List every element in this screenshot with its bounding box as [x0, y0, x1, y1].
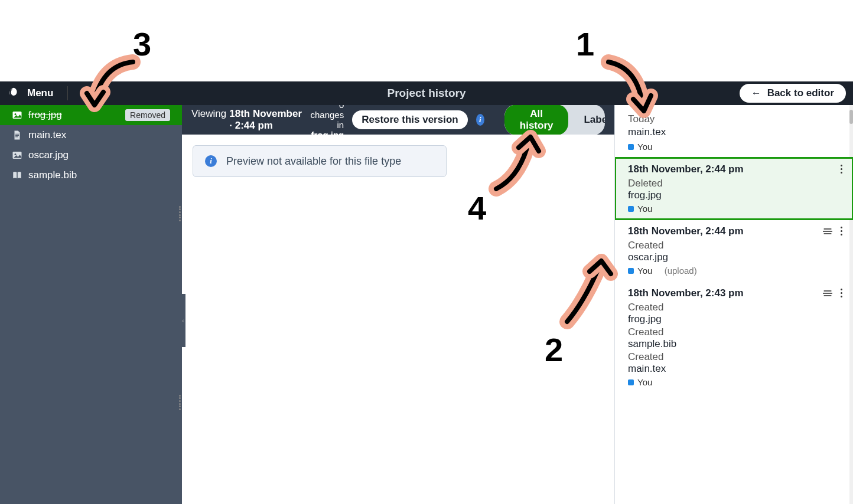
history-entry[interactable]: 18th November, 2:44 pm Deleted frog.jpg …: [615, 158, 853, 220]
back-to-editor-button[interactable]: ← Back to editor: [740, 84, 846, 103]
more-icon[interactable]: [841, 227, 842, 235]
arrow-left-icon: ←: [751, 87, 761, 99]
back-label: Back to editor: [767, 87, 834, 99]
anno-num-1: 1: [576, 25, 594, 63]
tab-labels[interactable]: Labels: [568, 104, 605, 135]
author-dot-icon: [628, 144, 634, 150]
svg-rect-9: [824, 233, 832, 234]
history-group-today: Today: [615, 105, 853, 126]
tab-all-history[interactable]: All history: [504, 104, 569, 135]
entry-file: frog.jpg: [628, 313, 840, 325]
file-item-sample[interactable]: sample.bib: [0, 165, 182, 185]
file-name: oscar.jpg: [28, 149, 170, 161]
svg-rect-7: [824, 228, 832, 230]
svg-point-1: [15, 113, 17, 115]
history-tab-switch: All history Labels: [504, 104, 605, 135]
svg-rect-4: [15, 136, 18, 137]
entry-time: 18th November, 2:43 pm: [628, 287, 840, 299]
svg-point-6: [15, 153, 17, 155]
entry-time: 18th November, 2:44 pm: [628, 163, 840, 175]
drag-handle-icon[interactable]: [178, 205, 182, 222]
history-group-file: main.tex: [615, 126, 853, 140]
svg-rect-11: [823, 293, 832, 294]
svg-rect-3: [15, 135, 19, 136]
entry-author: You: [628, 204, 840, 214]
changes-in: in: [337, 120, 344, 130]
home-icon[interactable]: [82, 88, 93, 99]
file-sidebar: frog.jpg Removed main.tex oscar.jpg samp…: [0, 105, 182, 504]
entry-extra: (upload): [665, 266, 697, 276]
preview-area: i Preview not available for this file ty…: [182, 135, 614, 504]
author-dot-icon: [628, 206, 634, 212]
compare-icon[interactable]: [823, 227, 832, 235]
entry-file: frog.jpg: [628, 189, 840, 201]
author-name: You: [637, 204, 652, 214]
file-name: main.tex: [28, 129, 170, 141]
more-icon[interactable]: [841, 165, 842, 174]
file-icon: [12, 130, 22, 140]
anno-num-3: 3: [133, 25, 151, 63]
menu-button[interactable]: Menu: [27, 87, 53, 99]
history-group-author: You: [615, 140, 853, 158]
compare-icon[interactable]: [823, 289, 832, 297]
entry-time: 18th November, 2:44 pm: [628, 225, 840, 237]
entry-file: sample.bib: [628, 338, 840, 350]
image-icon: [12, 150, 22, 161]
viewing-prefix: Viewing: [191, 108, 226, 120]
author-dot-icon: [628, 268, 634, 274]
author-dot-icon: [628, 379, 634, 385]
history-panel: Today main.tex You 18th November, 2:44 p…: [614, 105, 853, 504]
more-icon[interactable]: [841, 289, 842, 297]
entry-file: oscar.jpg: [628, 251, 840, 263]
viewing-label: Viewing 18th November · 2:44 pm: [191, 108, 302, 132]
entry-file: main.tex: [628, 363, 840, 375]
svg-rect-10: [824, 290, 832, 292]
history-entry[interactable]: 18th November, 2:44 pm Created oscar.jpg…: [615, 220, 853, 282]
svg-rect-12: [824, 295, 832, 296]
file-item-oscar[interactable]: oscar.jpg: [0, 145, 182, 165]
file-item-main[interactable]: main.tex: [0, 125, 182, 145]
entry-action: Deleted: [628, 178, 840, 189]
drag-handle-icon[interactable]: [178, 394, 182, 411]
viewing-date: 18th November · 2:44 pm: [229, 108, 302, 132]
file-name: sample.bib: [28, 169, 170, 181]
entry-action: Created: [628, 326, 840, 338]
collapse-handle[interactable]: ‹: [181, 294, 185, 347]
author-name: You: [637, 266, 652, 276]
entry-action: Created: [628, 302, 840, 313]
preview-unavailable-notice: i Preview not available for this file ty…: [193, 145, 447, 177]
file-name: frog.jpg: [28, 109, 119, 121]
entry-author: You: [628, 377, 840, 387]
info-icon: i: [205, 155, 217, 167]
entry-action: Created: [628, 240, 840, 251]
history-toolbar: Viewing 18th November · 2:44 pm 0 change…: [182, 105, 614, 135]
restore-version-button[interactable]: Restore this version: [352, 110, 467, 129]
image-icon: [12, 110, 22, 120]
svg-rect-8: [823, 231, 832, 232]
removed-badge: Removed: [125, 109, 170, 121]
history-entry[interactable]: 18th November, 2:43 pm Created frog.jpg …: [615, 282, 853, 393]
author-name: You: [637, 142, 652, 152]
center-pane: Viewing 18th November · 2:44 pm 0 change…: [182, 105, 614, 504]
entry-action: Created: [628, 351, 840, 363]
separator: [67, 86, 68, 100]
book-icon: [12, 170, 22, 181]
header: Menu Project history ← Back to editor: [0, 81, 853, 105]
scrollbar-thumb[interactable]: [849, 110, 853, 124]
page-title: Project history: [387, 87, 465, 100]
preview-message: Preview not available for this file type: [226, 155, 401, 168]
author-name: You: [637, 377, 652, 387]
file-item-frog[interactable]: frog.jpg Removed: [0, 105, 182, 125]
entry-author: You (upload): [628, 266, 840, 276]
svg-rect-2: [15, 134, 19, 135]
info-icon[interactable]: i: [476, 114, 484, 126]
overleaf-logo-icon: [7, 87, 20, 100]
